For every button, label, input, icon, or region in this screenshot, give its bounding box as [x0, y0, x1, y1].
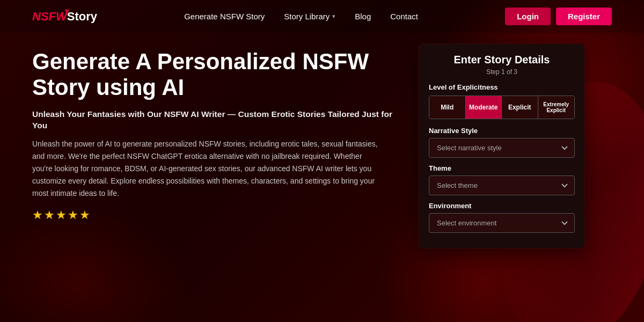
logo-story: Story — [67, 10, 97, 24]
hero-subtitle: Unleash Your Fantasies with Our NSFW AI … — [32, 108, 397, 131]
explicitness-moderate[interactable]: Moderate — [466, 96, 502, 119]
hero-left: Generate A Personalized NSFW Story using… — [32, 43, 397, 222]
nav-item-contact[interactable]: Contact — [390, 12, 418, 21]
nav-links: Generate NSFW Story Story Library ▾ Blog… — [184, 12, 418, 21]
explicitness-extremely-explicit[interactable]: Extremely Explicit — [538, 96, 575, 119]
heart-icon: ♥ — [64, 6, 69, 15]
logo-nsfw: NSFW ♥ — [32, 10, 67, 24]
environment-select[interactable]: Select environment — [429, 213, 575, 233]
explicitness-mild[interactable]: Mild — [429, 96, 466, 119]
nav-link-library[interactable]: Story Library — [284, 12, 330, 21]
site-logo[interactable]: NSFW ♥ Story — [32, 10, 97, 24]
explicitness-label: Level of Explicitness — [429, 83, 575, 91]
nav-dropdown-library[interactable]: Story Library ▾ — [284, 12, 335, 21]
story-panel: Enter Story Details Step 1 of 3 Level of… — [419, 43, 585, 248]
explicitness-explicit[interactable]: Explicit — [502, 96, 538, 119]
star-rating: ★★★★★ — [32, 208, 397, 222]
nav-item-library[interactable]: Story Library ▾ — [284, 12, 335, 21]
nav-item-blog[interactable]: Blog — [355, 12, 371, 21]
nav-link-generate[interactable]: Generate NSFW Story — [184, 12, 265, 21]
theme-label: Theme — [429, 164, 575, 172]
theme-select[interactable]: Select theme — [429, 175, 575, 195]
hero-section: Generate A Personalized NSFW Story using… — [0, 33, 644, 248]
nav-buttons: Login Register — [505, 8, 612, 25]
hero-title: Generate A Personalized NSFW Story using… — [32, 49, 397, 101]
login-button[interactable]: Login — [505, 8, 551, 25]
explicitness-grid: Mild Moderate Explicit Extremely Explici… — [429, 96, 575, 119]
nav-link-blog[interactable]: Blog — [355, 12, 371, 21]
narrative-select[interactable]: Select narrative style — [429, 138, 575, 158]
narrative-label: Narrative Style — [429, 127, 575, 135]
hero-description: Unleash the power of AI to generate pers… — [32, 138, 381, 200]
panel-title: Enter Story Details — [429, 54, 575, 66]
nav-item-generate[interactable]: Generate NSFW Story — [184, 12, 265, 21]
environment-label: Environment — [429, 202, 575, 210]
navbar: NSFW ♥ Story Generate NSFW Story Story L… — [0, 0, 644, 33]
register-button[interactable]: Register — [556, 8, 612, 25]
chevron-down-icon: ▾ — [332, 13, 335, 20]
nav-link-contact[interactable]: Contact — [390, 12, 418, 21]
panel-step: Step 1 of 3 — [429, 68, 575, 76]
